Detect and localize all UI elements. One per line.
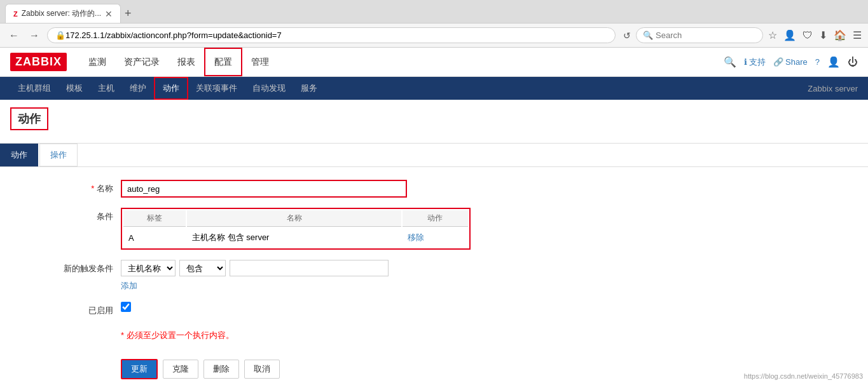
support-link[interactable]: ℹ 支持: [744, 57, 766, 68]
support-icon: ℹ: [744, 57, 747, 67]
nav-config[interactable]: 配置: [204, 48, 242, 76]
new-tab-button[interactable]: +: [125, 7, 132, 20]
conditions-control: 标签 名称 动作 A 主机名称 包含 server 移除: [121, 208, 858, 250]
col-action: 动作: [403, 210, 468, 227]
conditions-thead: 标签 名称 动作: [123, 210, 468, 227]
nav-admin[interactable]: 管理: [242, 48, 278, 76]
shield-icon[interactable]: 🛡: [803, 30, 813, 41]
chrome-toolbar: ☆ 👤 🛡 ⬇ 🏠 ☰: [768, 29, 862, 41]
conditions-label: 条件: [38, 208, 121, 226]
name-control: [121, 180, 858, 198]
name-input[interactable]: [121, 180, 407, 198]
browser-chrome: Z Zabbix server: 动作的... ✕ + ← → 🔒 ↺ 🔍 ☆ …: [0, 0, 868, 48]
share-icon: 🔗: [773, 57, 783, 67]
app: ZABBIX 监测 资产记录 报表 配置 管理 🔍 ℹ 支持 🔗 Share ?…: [0, 48, 868, 385]
subnav-hostgroups[interactable]: 主机群组: [10, 77, 59, 100]
chrome-search-icon: 🔍: [643, 30, 653, 40]
subnav-actions[interactable]: 动作: [154, 77, 188, 100]
back-button[interactable]: ←: [6, 29, 22, 43]
home-icon[interactable]: 🏠: [834, 29, 846, 41]
browser-tab[interactable]: Z Zabbix server: 动作的... ✕: [5, 4, 121, 23]
subnav-correvents[interactable]: 关联项事件: [188, 77, 245, 100]
buttons-row: 更新 克隆 删除 取消: [38, 359, 858, 379]
condition-action-cell: 移除: [403, 228, 468, 247]
forward-button[interactable]: →: [27, 29, 42, 43]
tab-favicon: Z: [13, 10, 18, 18]
tab-operations[interactable]: 操作: [39, 144, 78, 166]
remove-link[interactable]: 移除: [408, 233, 424, 242]
profile-icon[interactable]: 👤: [783, 29, 796, 41]
notice-text: * 必须至少设置一个执行内容。: [121, 330, 858, 341]
chrome-search-bar[interactable]: 🔍: [636, 27, 763, 43]
menu-icon[interactable]: ☰: [853, 29, 862, 41]
delete-button[interactable]: 删除: [203, 360, 239, 379]
user-icon[interactable]: 👤: [827, 56, 840, 68]
new-condition-inputs: 主机名称 主机群组 标签 包含 不包含 等于: [121, 260, 858, 276]
update-button[interactable]: 更新: [121, 359, 158, 379]
tab-title: Zabbix server: 动作的...: [22, 8, 101, 19]
enabled-label: 已启用: [38, 302, 121, 320]
conditions-header-row: 标签 名称 动作: [123, 210, 468, 227]
subnav-right: Zabbix server: [808, 84, 858, 93]
tab-bar: Z Zabbix server: 动作的... ✕ +: [0, 0, 868, 23]
page-header: 动作: [0, 100, 868, 144]
condition-description: 主机名称 包含 server: [187, 228, 401, 247]
subnav-discovery[interactable]: 自动发现: [245, 77, 293, 100]
nav-monitor[interactable]: 监测: [79, 48, 115, 76]
main-menu: 监测 资产记录 报表 配置 管理: [79, 48, 278, 76]
watermark: https://blog.csdn.net/weixin_45776983: [744, 372, 863, 380]
address-bar-row: ← → 🔒 ↺ 🔍 ☆ 👤 🛡 ⬇ 🏠 ☰: [0, 23, 868, 47]
subnav-templates[interactable]: 模板: [59, 77, 90, 100]
col-label: 标签: [123, 210, 186, 227]
enabled-checkbox-wrap: [121, 302, 858, 312]
add-condition-link[interactable]: 添加: [121, 280, 858, 292]
help-link[interactable]: ?: [815, 57, 820, 67]
condition-row-1: A 主机名称 包含 server 移除: [123, 228, 468, 247]
form-body: 名称 条件 标签 名称 动作: [0, 167, 868, 385]
address-input[interactable]: [65, 30, 607, 40]
notice-control: * 必须至少设置一个执行内容。: [121, 330, 858, 349]
new-condition-label: 新的触发条件: [38, 260, 121, 278]
subnav-hosts[interactable]: 主机: [90, 77, 122, 100]
subnav-maintenance[interactable]: 维护: [122, 77, 154, 100]
address-bar[interactable]: 🔒: [47, 27, 616, 43]
chrome-search-input[interactable]: [656, 30, 751, 40]
name-label: 名称: [38, 180, 121, 198]
page-title: 动作: [10, 107, 48, 130]
download-icon[interactable]: ⬇: [819, 29, 827, 41]
lock-icon: 🔒: [55, 30, 65, 40]
subnav-services[interactable]: 服务: [293, 77, 325, 100]
new-condition-control: 主机名称 主机群组 标签 包含 不包含 等于 添加: [121, 260, 858, 292]
enabled-row: 已启用: [38, 302, 858, 320]
name-row: 名称: [38, 180, 858, 198]
zabbix-logo: ZABBIX: [10, 53, 67, 71]
tab-action[interactable]: 动作: [0, 144, 38, 166]
sub-nav: 主机群组 模板 主机 维护 动作 关联项事件 自动发现 服务 Zabbix se…: [0, 77, 868, 100]
nav-reports[interactable]: 报表: [169, 48, 204, 76]
new-condition-row: 新的触发条件 主机名称 主机群组 标签 包含 不包含 等于: [38, 260, 858, 292]
nav-assets[interactable]: 资产记录: [115, 48, 169, 76]
conditions-tbody: A 主机名称 包含 server 移除: [123, 228, 468, 247]
condition-value-input[interactable]: [230, 260, 389, 276]
notice-row: * 必须至少设置一个执行内容。: [38, 330, 858, 349]
reload-button[interactable]: ↺: [623, 30, 631, 41]
form-tabs: 动作 操作: [0, 144, 868, 167]
condition-type-select[interactable]: 主机名称 主机群组 标签: [121, 260, 176, 276]
enabled-control: [121, 302, 858, 312]
conditions-table: 标签 名称 动作 A 主机名称 包含 server 移除: [121, 208, 471, 250]
col-name: 名称: [187, 210, 401, 227]
logout-icon[interactable]: ⏻: [848, 57, 858, 68]
top-nav-right: 🔍 ℹ 支持 🔗 Share ? 👤 ⏻: [724, 56, 858, 68]
cancel-button[interactable]: 取消: [244, 360, 280, 379]
enabled-checkbox[interactable]: [121, 302, 131, 312]
app-search-icon[interactable]: 🔍: [724, 56, 736, 68]
share-link[interactable]: 🔗 Share: [773, 57, 808, 67]
tab-close-icon[interactable]: ✕: [105, 9, 113, 19]
bookmark-icon[interactable]: ☆: [768, 29, 777, 41]
conditions-row: 条件 标签 名称 动作 A 主机: [38, 208, 858, 250]
top-nav: ZABBIX 监测 资产记录 报表 配置 管理 🔍 ℹ 支持 🔗 Share ?…: [0, 48, 868, 77]
condition-op-select[interactable]: 包含 不包含 等于: [179, 260, 226, 276]
clone-button[interactable]: 克隆: [163, 360, 198, 379]
page-content: 动作 动作 操作 名称 条件: [0, 100, 868, 385]
condition-label: A: [123, 228, 186, 247]
